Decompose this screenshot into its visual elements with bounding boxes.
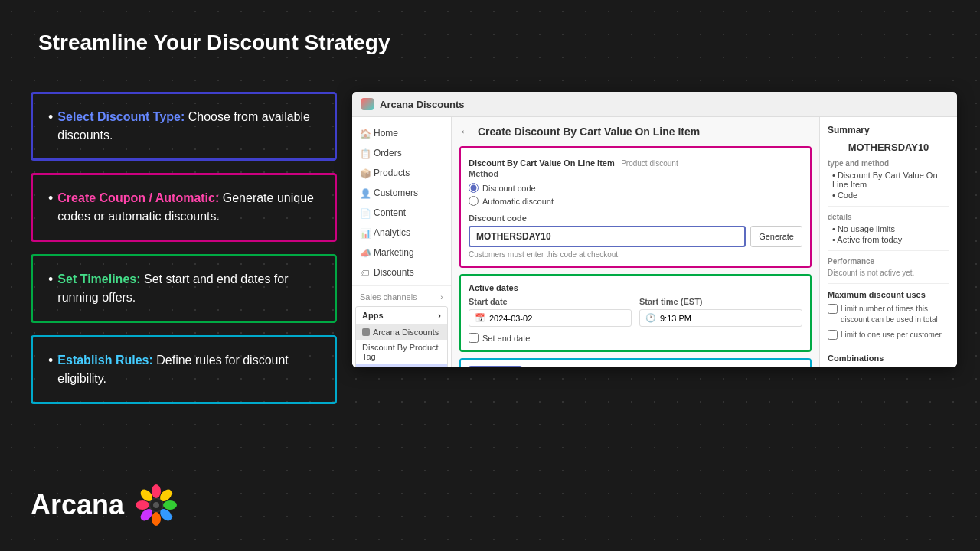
summary-type-item-0: • Discount By Cart Value On Line Item — [828, 171, 949, 189]
code-field-label: Discount code — [469, 214, 802, 223]
svg-point-5 — [152, 512, 161, 526]
apps-expand-icon[interactable]: › — [438, 311, 441, 320]
sidebar-divider — [352, 285, 451, 286]
summary-panel: Summary MOTHERSDAY10 type and method • D… — [819, 117, 957, 367]
sidebar-item-discounts[interactable]: 🏷 Discounts — [352, 262, 451, 282]
clock-icon: 🕐 — [645, 313, 656, 323]
bullet-dot-1: • — [48, 108, 53, 145]
svg-point-1 — [152, 484, 161, 498]
checkbox-per-customer-input[interactable] — [828, 330, 838, 340]
card-3-title: Set Timelines: — [57, 272, 140, 285]
start-date-input[interactable]: 📅 2024-03-02 — [469, 309, 632, 327]
card-2-title: Create Coupon / Automatic: — [57, 191, 219, 204]
combinations-title: Combinations — [828, 354, 949, 363]
sidebar-label-discounts: Discounts — [374, 267, 414, 278]
discount-type-label: Discount By Cart Value On Line Item — [469, 158, 615, 168]
sidebar-label-products: Products — [374, 168, 410, 178]
card-2-text: Create Coupon / Automatic: Generate uniq… — [57, 189, 319, 226]
radio-group: Discount code Automatic discount — [469, 183, 802, 206]
sidebar: 🏠 Home 📋 Orders 📦 Products 👤 Customers 📄… — [352, 117, 452, 367]
apps-header: Apps › — [356, 307, 447, 324]
sidebar-item-home[interactable]: 🏠 Home — [352, 123, 451, 143]
card-create-coupon: • Create Coupon / Automatic: Generate un… — [31, 173, 337, 242]
bullet-dot-2: • — [48, 189, 53, 226]
sidebar-item-marketing[interactable]: 📣 Marketing — [352, 243, 451, 262]
sidebar-label-customers: Customers — [374, 187, 418, 198]
cards-container: • Select Discount Type: Choose from avai… — [31, 92, 337, 404]
start-date-label: Start date — [469, 297, 632, 306]
discount-section-header: Discount By Cart Value On Line Item Prod… — [469, 155, 802, 169]
apps-panel: Apps › Arcana Discounts Discount By Prod… — [355, 306, 448, 367]
radio-automatic-discount-input[interactable] — [469, 196, 479, 206]
start-time-label: Start time (EST) — [639, 297, 802, 306]
sidebar-item-analytics[interactable]: 📊 Analytics — [352, 223, 451, 243]
svg-point-10 — [153, 502, 159, 508]
page-title: Create Discount By Cart Value On Line It… — [478, 126, 700, 138]
summary-sep-4 — [828, 347, 949, 347]
end-date-checkbox[interactable] — [469, 333, 479, 343]
start-time-field: Start time (EST) 🕐 9:13 PM — [639, 297, 802, 327]
logo-text: Arcana — [31, 489, 124, 521]
summary-detail-0: • No usage limits — [828, 224, 949, 233]
discount-code-input[interactable] — [469, 226, 746, 247]
code-hint-text: Customers must enter this code at checko… — [469, 250, 802, 259]
checkbox-per-customer-label: Limit to one use per customer — [841, 330, 942, 341]
summary-detail-1: • Active from today — [828, 235, 949, 244]
card-set-timelines: • Set Timelines: Set start and end dates… — [31, 254, 337, 323]
back-button[interactable]: ← — [459, 125, 472, 139]
radio-discount-code-input[interactable] — [469, 183, 479, 193]
summary-sep-2 — [828, 250, 949, 251]
bullet-dot-3: • — [48, 270, 53, 307]
sidebar-item-content[interactable]: 📄 Content — [352, 203, 451, 223]
sales-channels-arrow: › — [440, 292, 443, 302]
start-date-value: 2024-03-02 — [489, 314, 532, 323]
active-dates-label: Active dates — [469, 283, 802, 292]
checkbox-total-input[interactable] — [828, 304, 838, 314]
logo-icon — [133, 482, 179, 528]
coupon-code-display: MOTHERSDAY10 — [828, 142, 949, 153]
checkbox-per-customer: Limit to one use per customer — [828, 330, 949, 341]
radio-automatic-discount[interactable]: Automatic discount — [469, 196, 802, 206]
sidebar-label-home: Home — [374, 128, 398, 139]
start-time-input[interactable]: 🕐 9:13 PM — [639, 309, 802, 327]
card-1-text: Select Discount Type: Choose from availa… — [57, 108, 319, 145]
sidebar-label-analytics: Analytics — [374, 227, 410, 238]
performance-text: Discount is not active yet. — [828, 269, 949, 277]
summary-sep-3 — [828, 283, 949, 284]
performance-label: Performance — [828, 257, 949, 266]
checkbox-total-label: Limit number of times this discount can … — [841, 304, 949, 325]
sidebar-item-orders[interactable]: 📋 Orders — [352, 143, 451, 163]
sidebar-item-customers[interactable]: 👤 Customers — [352, 183, 451, 203]
main-content: ← Create Discount By Cart Value On Line … — [452, 117, 819, 367]
card-4-title: Establish Rules: — [57, 354, 152, 367]
marketing-icon: 📣 — [360, 248, 369, 257]
summary-sep-1 — [828, 206, 949, 207]
products-icon: 📦 — [360, 168, 369, 178]
start-date-field: Start date 📅 2024-03-02 — [469, 297, 632, 327]
analytics-icon: 📊 — [360, 228, 369, 237]
end-date-label: Set end date — [482, 334, 530, 343]
app-menu-arcana[interactable]: Arcana Discounts — [356, 324, 447, 340]
add-rules-button[interactable]: Add rules — [469, 366, 522, 367]
svg-point-7 — [136, 500, 149, 510]
logo-container: Arcana — [31, 482, 179, 528]
rules-section: Add rules — [459, 358, 812, 367]
card-select-discount: • Select Discount Type: Choose from avai… — [31, 92, 337, 161]
radio-discount-code-label: Discount code — [482, 184, 536, 193]
apps-label: Apps — [362, 311, 384, 320]
app-menu-cart-value[interactable]: Discount By Cart Value ... — [356, 364, 447, 367]
app-icon — [361, 98, 374, 110]
app-menu-product-tag[interactable]: Discount By Product Tag — [356, 340, 447, 364]
radio-discount-code[interactable]: Discount code — [469, 183, 802, 193]
app-header-title: Arcana Discounts — [380, 99, 465, 110]
discount-product-label: Product discount — [621, 159, 678, 168]
sidebar-label-marketing: Marketing — [374, 247, 414, 258]
card-3-text: Set Timelines: Set start and end dates f… — [57, 270, 319, 307]
sidebar-label-orders: Orders — [374, 148, 402, 158]
arcana-menu-icon — [362, 328, 370, 336]
page-heading: Streamline Your Discount Strategy — [38, 31, 390, 55]
customers-icon: 👤 — [360, 188, 369, 197]
generate-button[interactable]: Generate — [750, 226, 802, 247]
sidebar-item-products[interactable]: 📦 Products — [352, 163, 451, 183]
summary-type-item-1: • Code — [828, 191, 949, 200]
